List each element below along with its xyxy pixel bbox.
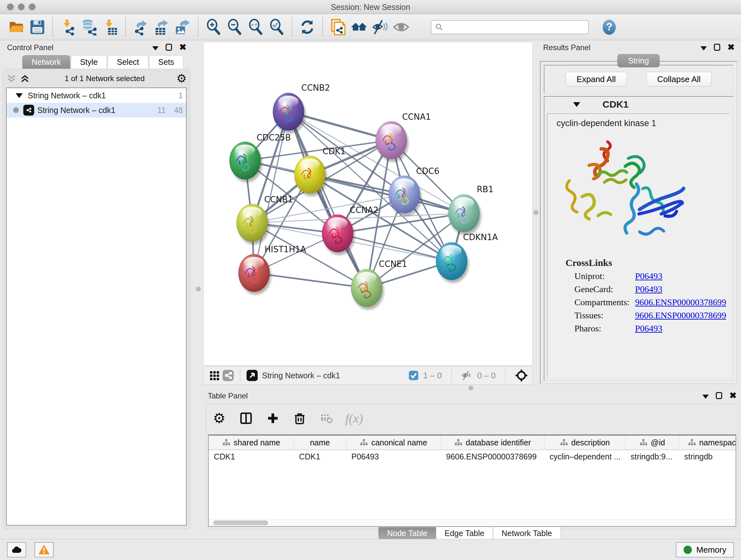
create-column-button[interactable] [265,410,281,426]
zoom-selected-button[interactable] [266,17,287,38]
node-CCNE1[interactable] [351,269,384,310]
string-home-button[interactable] [348,17,369,38]
tab-string[interactable]: String [617,54,660,67]
node-RB1[interactable] [448,194,481,235]
node-CCNB1[interactable] [237,204,269,245]
column-header-canonical-name[interactable]: canonical name [346,435,441,449]
string-copy-network-button[interactable] [327,17,348,38]
crosslink-link[interactable]: P06493 [635,284,663,294]
node-CDC6[interactable] [389,176,421,216]
export-network-button[interactable] [130,17,151,38]
table-cell[interactable]: P06493 [346,450,441,465]
zoom-in-button[interactable] [203,17,224,38]
panel-menu-icon[interactable] [152,46,158,51]
selected-checkbox-icon[interactable] [408,370,419,381]
network-share-badge-button[interactable] [221,369,235,382]
table-cell[interactable]: stringdb:9... [625,450,679,465]
left-splitter-handle[interactable] [196,287,201,292]
export-table-button[interactable] [151,17,172,38]
import-table-file-button[interactable] [99,17,121,38]
collapse-all-networks-icon[interactable] [19,73,30,84]
column-header--id[interactable]: @id [625,435,679,449]
table-cell[interactable]: stringdb [679,450,736,465]
tab-style[interactable]: Style [71,55,107,69]
panel-menu-icon[interactable] [700,46,707,51]
bottom-splitter-handle[interactable] [468,386,473,390]
tab-node-table[interactable]: Node Table [379,527,436,540]
delete-column-button[interactable] [292,410,308,426]
import-network-file-button[interactable] [57,17,78,38]
fit-selected-crosshair-icon[interactable] [515,369,528,382]
open-session-button[interactable] [6,17,27,38]
right-splitter-handle[interactable] [534,210,538,215]
node-CDKN1A[interactable] [436,242,469,283]
show-glass-button[interactable] [391,17,412,38]
node-CDK1[interactable] [294,156,327,196]
open-network-in-window-button[interactable] [246,369,259,382]
network-collection-row[interactable]: String Network – cdk1 1 [7,88,186,103]
tab-select[interactable]: Select [108,55,148,69]
close-panel-icon[interactable]: ✖ [179,44,186,51]
network-canvas[interactable]: CCNB2CCNA1CDC25BCDK1CDC6RB1CCNB1CCNA2CDK… [203,42,533,366]
zoom-out-button[interactable] [224,17,245,38]
tab-edge-table[interactable]: Edge Table [436,527,493,540]
node-label-CCNB2: CCNB2 [301,83,330,92]
collapse-arrow-icon[interactable] [16,93,23,98]
expand-all-button[interactable]: Expand All [565,72,627,86]
network-row[interactable]: String Network – cdk1 11 48 [7,103,186,118]
tab-network-table[interactable]: Network Table [493,527,561,540]
column-header-name[interactable]: name [294,435,346,449]
search-input[interactable] [444,21,585,33]
column-header-description[interactable]: description [544,435,625,449]
birds-eye-view-button[interactable] [208,369,221,382]
table-settings-button[interactable]: ⚙ [211,410,227,426]
save-session-button[interactable] [27,17,48,38]
crosslink-link[interactable]: 9606.ENSP00000378699 [635,310,726,320]
column-header-database-identifier[interactable]: database identifier [441,435,544,449]
table-cell[interactable]: cyclin–dependent ... [544,450,625,465]
crosslink-link[interactable]: P06493 [635,271,663,281]
close-panel-icon[interactable]: ✖ [729,392,737,399]
crosslinks-list: Uniprot:P06493GeneCard:P06493Compartment… [548,271,730,334]
table-cell[interactable]: CDK1 [209,450,294,465]
node-CCNB2[interactable] [273,93,306,133]
tab-sets[interactable]: Sets [149,55,184,69]
collapse-arrow-icon[interactable] [573,102,580,107]
zoom-fit-button[interactable] [245,17,266,38]
tab-network[interactable]: Network [22,55,70,69]
warning-status-button[interactable] [35,542,54,557]
gene-section-header[interactable]: CDK1 [544,97,733,112]
function-builder-icon[interactable]: f(x) [345,411,363,426]
table-cell[interactable]: 9606.ENSP00000378699 [441,450,544,465]
float-panel-icon[interactable] [165,44,172,51]
memory-button[interactable]: Memory [676,542,734,557]
table-cell[interactable]: CDK1 [294,450,346,465]
collapse-all-button[interactable]: Collapse All [646,72,712,86]
string-hide-glass-button[interactable] [369,17,391,38]
column-header-namespace[interactable]: namespace [679,435,736,449]
float-panel-icon[interactable] [714,44,720,51]
delete-table-button[interactable] [319,410,334,426]
titlebar: Session: New Session [0,0,741,14]
cloud-status-button[interactable] [7,542,26,557]
show-column-button[interactable] [238,410,254,426]
horizontal-scrollbar[interactable] [209,519,736,526]
crosslink-link[interactable]: P06493 [635,323,663,334]
node-CCNA1[interactable] [376,121,408,162]
column-header-shared-name[interactable]: shared name [209,435,294,449]
float-panel-icon[interactable] [716,392,722,399]
close-panel-icon[interactable]: ✖ [727,44,735,51]
apply-layout-button[interactable] [297,17,318,38]
import-network-database-button[interactable] [78,17,99,38]
panel-menu-icon[interactable] [702,395,709,399]
expand-all-networks-icon[interactable] [6,73,17,84]
table-row[interactable]: CDK1CDK1P064939606.ENSP00000378699cyclin… [209,450,736,465]
node-CCNA2[interactable] [322,214,355,255]
network-options-gear-icon[interactable]: ⚙ [177,73,187,84]
scrollbar-thumb[interactable] [213,520,268,525]
export-image-button[interactable] [172,17,193,38]
node-HIST1H1A[interactable] [239,254,271,295]
edge-CCNB2-CCNE1[interactable] [288,112,367,288]
crosslink-link[interactable]: 9606.ENSP00000378699 [635,297,726,307]
help-button[interactable]: ? [601,19,617,36]
